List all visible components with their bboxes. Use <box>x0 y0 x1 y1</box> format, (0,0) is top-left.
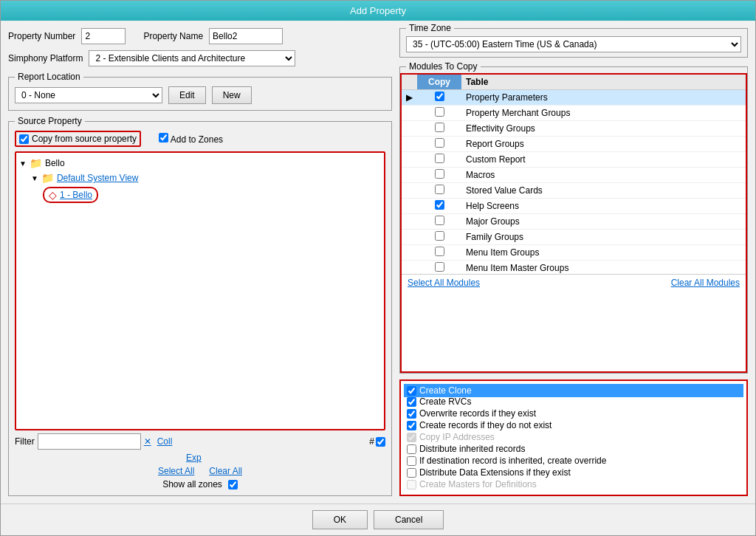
property-name-input[interactable] <box>209 28 283 44</box>
table-row[interactable]: Help Screens <box>402 199 746 214</box>
clear-all-modules-button[interactable]: Clear All Modules <box>671 278 740 288</box>
show-all-zones-checkbox[interactable] <box>228 480 238 489</box>
row-arrow <box>402 183 417 199</box>
tree-child1[interactable]: ▼ 📁 Default System View <box>31 171 381 185</box>
copy-from-source-checkbox[interactable] <box>19 134 29 144</box>
coll-button[interactable]: Coll <box>157 436 173 447</box>
row-arrow <box>402 245 417 261</box>
clone-option-checkbox[interactable] <box>407 444 416 454</box>
row-copy[interactable] <box>417 214 461 230</box>
report-location-title: Report Location <box>15 72 83 82</box>
filter-row2: Exp <box>15 453 385 463</box>
module-checkbox[interactable] <box>435 169 444 179</box>
clone-option-checkbox[interactable] <box>407 409 416 419</box>
clone-option-checkbox[interactable] <box>407 456 416 466</box>
row-copy[interactable] <box>417 90 461 106</box>
row-table-name: Effectivity Groups <box>461 121 746 137</box>
clone-option-checkbox[interactable] <box>407 386 416 396</box>
property-number-input[interactable] <box>81 28 126 44</box>
row-copy[interactable] <box>417 106 461 121</box>
row-copy[interactable] <box>417 199 461 214</box>
select-all-modules-button[interactable]: Select All Modules <box>408 278 480 288</box>
ok-button[interactable]: OK <box>312 510 368 529</box>
table-row[interactable]: Custom Report <box>402 152 746 168</box>
row-arrow <box>402 168 417 183</box>
module-checkbox[interactable] <box>435 123 444 132</box>
copy-from-source-outline: Copy from source property <box>15 131 141 147</box>
row-table-name: Help Screens <box>461 199 746 214</box>
time-zone-title: Time Zone <box>406 23 454 33</box>
module-checkbox[interactable] <box>435 107 444 117</box>
select-all-button[interactable]: Select All <box>158 466 194 476</box>
table-row[interactable]: Menu Item Master Groups <box>402 261 746 275</box>
module-checkbox[interactable] <box>435 262 444 272</box>
table-row[interactable]: Report Groups <box>402 137 746 152</box>
tree-root[interactable]: ▼ 📁 Bello <box>19 156 381 171</box>
modules-box: Copy Table ▶Property ParametersProperty … <box>400 73 747 373</box>
table-row[interactable]: Menu Item Groups <box>402 245 746 261</box>
property-header-row: Property Number Property Name <box>8 28 392 44</box>
row-arrow <box>402 230 417 245</box>
hash-label: # <box>369 436 374 447</box>
clone-option-label: Distribute inherited records <box>419 444 525 454</box>
table-row[interactable]: Macros <box>402 168 746 183</box>
module-checkbox[interactable] <box>435 200 444 210</box>
row-copy[interactable] <box>417 152 461 168</box>
hash-checkbox[interactable] <box>376 437 385 447</box>
cancel-button[interactable]: Cancel <box>374 510 444 529</box>
row-copy[interactable] <box>417 261 461 275</box>
clone-option-checkbox[interactable] <box>407 421 416 430</box>
property-number-label: Property Number <box>8 31 75 41</box>
modules-group: Modules To Copy Copy Table ▶Proper <box>399 66 748 374</box>
table-row[interactable]: Family Groups <box>402 230 746 245</box>
clone-option-checkbox[interactable] <box>407 468 416 478</box>
row-copy[interactable] <box>417 168 461 183</box>
report-location-select[interactable]: 0 - None <box>15 87 162 103</box>
row-table-name: Property Parameters <box>461 90 746 106</box>
tree-child2[interactable]: ◇ 1 - Bello <box>43 185 381 205</box>
module-checkbox[interactable] <box>435 216 444 225</box>
right-panel: Time Zone 35 - (UTC-05:00) Eastern Time … <box>399 28 748 496</box>
table-header: Table <box>461 75 746 90</box>
clone-option-checkbox[interactable] <box>407 397 416 407</box>
source-property-group: Source Property Copy from source propert… <box>8 121 392 496</box>
simphony-platform-select[interactable]: 2 - Extensible Clients and Architecture <box>89 50 295 66</box>
table-row[interactable]: ▶Property Parameters <box>402 90 746 106</box>
clear-all-button[interactable]: Clear All <box>209 466 242 476</box>
row-arrow <box>402 137 417 152</box>
module-checkbox[interactable] <box>435 92 444 101</box>
report-location-group: Report Location 0 - None Edit New <box>8 77 392 111</box>
module-checkbox[interactable] <box>435 247 444 256</box>
add-to-zones-checkbox[interactable] <box>159 133 168 142</box>
left-panel: Property Number Property Name Simphony P… <box>8 28 392 496</box>
time-zone-group: Time Zone 35 - (UTC-05:00) Eastern Time … <box>399 28 748 58</box>
tree-child2-label: 1 - Bello <box>60 190 92 200</box>
source-property-title: Source Property <box>15 116 85 126</box>
module-checkbox[interactable] <box>435 138 444 148</box>
row-copy[interactable] <box>417 183 461 199</box>
modules-group-title: Modules To Copy <box>406 61 481 72</box>
row-arrow: ▶ <box>402 90 417 106</box>
modules-scroll[interactable]: Copy Table ▶Property ParametersProperty … <box>402 75 746 274</box>
row-copy[interactable] <box>417 137 461 152</box>
new-button[interactable]: New <box>212 86 252 104</box>
time-zone-select[interactable]: 35 - (UTC-05:00) Eastern Time (US & Cana… <box>406 36 741 52</box>
report-location-row: 0 - None Edit New <box>15 86 385 104</box>
module-checkbox[interactable] <box>435 154 444 163</box>
row-arrow <box>402 214 417 230</box>
table-row[interactable]: Stored Value Cards <box>402 183 746 199</box>
filter-input[interactable] <box>38 433 141 450</box>
table-row[interactable]: Property Merchant Groups <box>402 106 746 121</box>
exp-button[interactable]: Exp <box>186 453 202 463</box>
module-checkbox[interactable] <box>435 231 444 241</box>
table-row[interactable]: Major Groups <box>402 214 746 230</box>
row-copy[interactable] <box>417 245 461 261</box>
row-copy[interactable] <box>417 121 461 137</box>
module-checkbox[interactable] <box>435 185 444 194</box>
table-row[interactable]: Effectivity Groups <box>402 121 746 137</box>
filter-clear-button[interactable]: ✕ <box>144 436 151 447</box>
edit-button[interactable]: Edit <box>168 86 206 104</box>
dialog-title: Add Property <box>1 1 755 21</box>
row-copy[interactable] <box>417 230 461 245</box>
selected-node: ◇ 1 - Bello <box>43 187 98 203</box>
